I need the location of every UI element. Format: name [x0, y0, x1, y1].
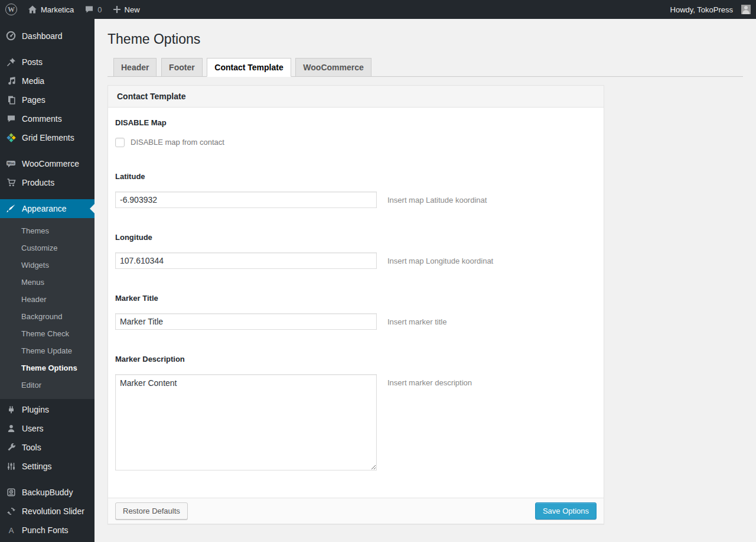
tab-woocommerce[interactable]: WooCommerce: [295, 58, 371, 77]
sidebar-item-users[interactable]: Users: [0, 419, 94, 438]
longitude-hint: Insert map Longitude koordinat: [387, 252, 493, 265]
wordpress-logo-icon: W: [5, 4, 17, 15]
appearance-submenu: Themes Customize Widgets Menus Header Ba…: [0, 218, 94, 399]
admin-bar: W Marketica 0 New Howdy, TokoPress: [0, 0, 756, 19]
tab-contact-template[interactable]: Contact Template: [207, 58, 291, 77]
longitude-label: Longitude: [115, 233, 597, 242]
sidebar-item-comments[interactable]: Comments: [0, 109, 94, 128]
submenu-item-editor[interactable]: Editor: [0, 377, 94, 394]
sidebar-item-dashboard[interactable]: Dashboard: [0, 26, 94, 46]
sidebar-item-label: Posts: [22, 57, 43, 67]
disable-map-checkbox-label: DISABLE map from contact: [131, 138, 224, 147]
sidebar-item-media[interactable]: Media: [0, 72, 94, 90]
letter-a-icon: A: [5, 525, 17, 535]
comments-menu[interactable]: 0: [79, 0, 107, 19]
site-name-menu[interactable]: Marketica: [22, 0, 79, 19]
sidebar-item-appearance[interactable]: Appearance: [0, 199, 94, 218]
sidebar-item-label: Punch Fonts: [22, 525, 69, 535]
wp-logo-menu[interactable]: W: [0, 0, 22, 19]
sidebar-item-settings[interactable]: Settings: [0, 457, 94, 476]
contact-template-panel: Contact Template DISABLE Map DISABLE map…: [107, 85, 604, 524]
sidebar-item-punch-fonts[interactable]: A Punch Fonts: [0, 521, 94, 540]
dashboard-icon: [5, 31, 17, 41]
marker-title-label: Marker Title: [115, 294, 597, 303]
longitude-field: Longitude Insert map Longitude koordinat: [115, 233, 597, 269]
sidebar-item-grid-elements[interactable]: Grid Elements: [0, 128, 94, 147]
submenu-item-widgets[interactable]: Widgets: [0, 257, 94, 274]
disable-map-field: DISABLE Map DISABLE map from contact: [115, 118, 597, 147]
sidebar-item-products[interactable]: Products: [0, 173, 94, 192]
account-menu[interactable]: Howdy, TokoPress: [665, 0, 756, 19]
panel-title: Contact Template: [108, 86, 604, 108]
submenu-item-menus[interactable]: Menus: [0, 274, 94, 291]
sidebar-item-label: Products: [22, 178, 54, 187]
sidebar-item-woocommerce[interactable]: Woo WooCommerce: [0, 154, 94, 173]
marker-description-textarea[interactable]: Marker Content: [115, 374, 377, 470]
latitude-input[interactable]: [115, 192, 377, 208]
grid-elements-icon: [5, 133, 17, 142]
svg-text:Woo: Woo: [7, 161, 15, 165]
sidebar-item-label: Comments: [22, 114, 62, 124]
woocommerce-icon: Woo: [5, 159, 17, 168]
pin-icon: [5, 57, 17, 67]
sidebar-item-label: Users: [22, 424, 44, 433]
comment-count: 0: [97, 5, 102, 14]
tab-footer[interactable]: Footer: [161, 58, 203, 77]
new-content-menu[interactable]: New: [107, 0, 145, 19]
sidebar-item-revolution-slider[interactable]: Revolution Slider: [0, 502, 94, 521]
home-icon: [28, 5, 37, 14]
page-title: Theme Options: [107, 31, 743, 48]
user-icon: [5, 424, 17, 433]
sidebar-item-pages[interactable]: Pages: [0, 90, 94, 109]
submenu-item-customize[interactable]: Customize: [0, 239, 94, 257]
wrench-icon: [5, 443, 17, 452]
howdy-label: Howdy, TokoPress: [670, 5, 733, 14]
sidebar-item-label: Tools: [22, 443, 41, 452]
tab-header[interactable]: Header: [113, 58, 157, 77]
comments-bubble-icon: [84, 5, 94, 14]
sidebar-item-label: Plugins: [22, 405, 49, 414]
sidebar-item-posts[interactable]: Posts: [0, 53, 94, 72]
submenu-item-theme-update[interactable]: Theme Update: [0, 342, 94, 359]
sidebar-item-plugins[interactable]: Plugins: [0, 400, 94, 419]
save-options-button[interactable]: Save Options: [535, 502, 597, 520]
comment-icon: [5, 114, 17, 124]
sidebar-item-label: Media: [22, 76, 44, 86]
sidebar-item-label: WooCommerce: [22, 159, 79, 168]
marker-description-hint: Insert marker description: [387, 374, 472, 387]
refresh-icon: [5, 507, 17, 516]
sidebar-item-label: Dashboard: [22, 31, 63, 41]
new-label: New: [125, 5, 140, 14]
submenu-item-theme-check[interactable]: Theme Check: [0, 325, 94, 342]
panel-body: DISABLE Map DISABLE map from contact Lat…: [108, 108, 604, 498]
marker-title-field: Marker Title Insert marker title: [115, 294, 597, 330]
svg-text:A: A: [8, 526, 14, 535]
current-menu-arrow: [85, 204, 94, 213]
disable-map-checkbox[interactable]: [115, 138, 125, 147]
sidebar-item-label: Appearance: [22, 204, 67, 213]
latitude-label: Latitude: [115, 172, 597, 181]
marker-title-input[interactable]: [115, 313, 377, 330]
sidebar-item-label: Settings: [22, 462, 52, 471]
submenu-item-themes[interactable]: Themes: [0, 222, 94, 239]
marker-description-label: Marker Description: [115, 355, 597, 364]
latitude-hint: Insert map Latitude koordinat: [387, 192, 487, 205]
sidebar-item-label: Revolution Slider: [22, 507, 84, 516]
media-icon: [5, 76, 17, 86]
cart-icon: [5, 178, 17, 187]
submenu-item-background[interactable]: Background: [0, 308, 94, 325]
panel-footer: Restore Defaults Save Options: [108, 498, 604, 524]
restore-defaults-button[interactable]: Restore Defaults: [115, 502, 188, 520]
avatar: [741, 5, 751, 14]
site-name-label: Marketica: [41, 5, 74, 14]
longitude-input[interactable]: [115, 252, 377, 269]
submenu-item-theme-options[interactable]: Theme Options: [0, 359, 94, 377]
marker-title-hint: Insert marker title: [387, 313, 447, 326]
brush-icon: [5, 204, 17, 213]
sidebar-item-label: Pages: [22, 95, 45, 105]
submenu-item-header[interactable]: Header: [0, 291, 94, 308]
sidebar-item-backupbuddy[interactable]: BackupBuddy: [0, 483, 94, 502]
main-content: Theme Options Header Footer Contact Temp…: [94, 0, 756, 542]
tab-bar: Header Footer Contact Template WooCommer…: [107, 58, 743, 77]
sidebar-item-tools[interactable]: Tools: [0, 438, 94, 457]
